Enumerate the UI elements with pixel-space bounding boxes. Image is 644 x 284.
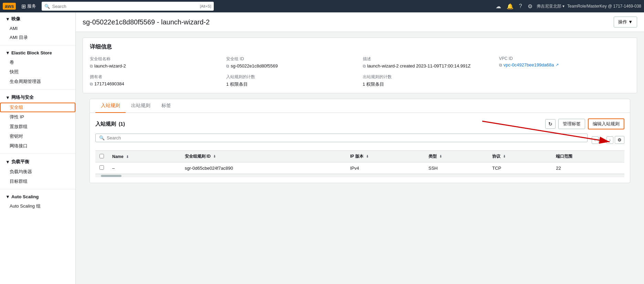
sort-protocol-icon[interactable]: ⬇: [503, 155, 506, 158]
app-layout: ▼ 映像 AMI AMI 目录 ▼ Elastic Block Store 卷 …: [0, 12, 644, 284]
region-selector[interactable]: 弗吉尼亚北部 ▾: [537, 3, 564, 9]
row-ip-version-cell: IPv4: [346, 162, 424, 174]
network-section-label: 网络与安全: [11, 94, 34, 101]
images-section-header[interactable]: ▼ 映像: [0, 14, 75, 24]
account-label[interactable]: TeamRole/MasterKey @ 1717-1469-038: [567, 4, 641, 9]
sidebar-item-network-interfaces[interactable]: 网络接口: [0, 141, 75, 151]
copy-icon-vpc[interactable]: ⧉: [499, 63, 502, 67]
field-inbound-count: 入站规则的计数 1 权限条目: [226, 74, 357, 87]
sidebar-divider-1: [0, 45, 75, 45]
sort-name-icon[interactable]: ⬇: [126, 155, 129, 159]
search-input[interactable]: [52, 4, 198, 9]
field-description: 描述 ⧉ launch-wizard-2 created 2023-11-09T…: [363, 56, 494, 69]
copy-icon-owner[interactable]: ⧉: [90, 82, 93, 86]
field-description-label: 描述: [363, 56, 494, 62]
sort-type-icon[interactable]: ⬇: [439, 155, 442, 158]
sidebar-item-elastic-ip[interactable]: 弹性 IP: [0, 112, 75, 122]
sidebar-item-ami[interactable]: AMI: [0, 24, 75, 33]
field-description-value: ⧉ launch-wizard-2 created 2023-11-09T17:…: [363, 63, 494, 69]
sidebar-item-key-pairs[interactable]: 密钥对: [0, 132, 75, 141]
settings-icon[interactable]: ⚙: [526, 2, 534, 11]
field-outbound-count: 出站规则的计数 1 权限条目: [363, 74, 494, 87]
rules-title: 入站规则: [95, 121, 116, 127]
sidebar-item-load-balancers[interactable]: 负载均衡器: [0, 167, 75, 177]
manage-tags-button[interactable]: 管理标签: [558, 119, 585, 129]
copy-icon-desc[interactable]: ⧉: [363, 64, 366, 69]
sidebar-item-auto-scaling-groups[interactable]: Auto Scaling 组: [0, 201, 75, 211]
rules-header: 入站规则 (1) ↻ 管理标签 编辑入站规则: [95, 118, 624, 129]
prev-page-button[interactable]: ‹: [592, 136, 599, 144]
vpc-link[interactable]: vpc-0c4927bee199da68a: [504, 62, 554, 67]
rules-title-area: 入站规则 (1): [95, 121, 125, 127]
horizontal-scrollbar[interactable]: [95, 174, 624, 177]
copy-icon-sg-id[interactable]: ⧉: [226, 64, 229, 69]
nav-services-menu[interactable]: ⊞ 服务: [19, 2, 39, 11]
field-sg-name-value: ⧉ launch-wizard-2: [90, 63, 221, 69]
network-section: ▼ 网络与安全 安全组 弹性 IP 置放群组 密钥对 网络接口: [0, 91, 75, 152]
pagination: ‹ 1 › ⚙: [592, 136, 624, 144]
select-all-checkbox[interactable]: [99, 154, 104, 158]
network-arrow: ▼: [6, 95, 10, 100]
edit-inbound-rules-button[interactable]: 编辑入站规则: [588, 118, 624, 129]
ebs-section: ▼ Elastic Block Store 卷 快照 生命周期管理器: [0, 47, 75, 88]
services-label: 服务: [27, 3, 36, 9]
row-rule-id-cell: sgr-0d65cbe024f7ac890: [181, 162, 346, 174]
rules-table: Name ⬇ 安全组规则 ID ⬇ IP 版本 ⬇: [95, 150, 624, 174]
load-balance-section-header[interactable]: ▼ 负载平衡: [0, 157, 75, 167]
auto-scaling-section-header[interactable]: ▼ Auto Scaling: [0, 192, 75, 201]
images-section-label: 映像: [11, 16, 20, 22]
ebs-arrow: ▼: [6, 50, 10, 55]
main-content: sg-05022e1c8d80f5569 - launch-wizard-2 操…: [76, 12, 644, 284]
col-name: Name ⬇: [108, 151, 181, 162]
refresh-button[interactable]: ↻: [545, 119, 556, 129]
row-checkbox[interactable]: [99, 165, 104, 170]
cloud-icon[interactable]: ☁: [494, 2, 503, 11]
col-type: 类型 ⬇: [424, 151, 488, 162]
bell-icon[interactable]: 🔔: [505, 2, 515, 11]
hscroll-thumb[interactable]: [101, 175, 122, 177]
col-checkbox: [95, 151, 108, 162]
sidebar-item-volumes[interactable]: 卷: [0, 57, 75, 67]
field-outbound-count-value: 1 权限条目: [363, 81, 494, 87]
tabs-wrapper: 入站规则 出站规则 标签 入站规则 (1) ↻ 管理标签 编辑入: [83, 99, 637, 183]
detail-card: 详细信息 安全组名称 ⧉ launch-wizard-2 安全组 ID ⧉ sg…: [83, 38, 637, 93]
tab-tags[interactable]: 标签: [156, 99, 177, 113]
field-vpc-id-label: VPC ID: [499, 56, 630, 61]
sort-rule-id-icon[interactable]: ⬇: [213, 155, 216, 158]
aws-logo[interactable]: aws: [3, 3, 16, 10]
actions-button[interactable]: 操作 ▼: [614, 17, 637, 28]
images-section: ▼ 映像 AMI AMI 目录: [0, 12, 75, 44]
sidebar-item-security-groups[interactable]: 安全组: [0, 103, 75, 112]
ebs-section-header[interactable]: ▼ Elastic Block Store: [0, 48, 75, 57]
field-sg-id: 安全组 ID ⧉ sg-05022e1c8d80f5569: [226, 56, 357, 69]
detail-card-title: 详细信息: [90, 43, 630, 51]
auto-scaling-section: ▼ Auto Scaling Auto Scaling 组: [0, 191, 75, 212]
tab-outbound[interactable]: 出站规则: [126, 99, 156, 113]
sidebar-item-ami-catalog[interactable]: AMI 目录: [0, 33, 75, 42]
sort-ip-version-icon[interactable]: ⬇: [366, 155, 369, 158]
search-pagination-row: 🔍 ‹ 1 › ⚙: [95, 134, 624, 146]
table-settings-button[interactable]: ⚙: [615, 136, 624, 144]
sidebar-item-placement-groups[interactable]: 置放群组: [0, 122, 75, 132]
next-page-button[interactable]: ›: [606, 136, 613, 144]
col-port-range: 端口范围: [552, 151, 624, 162]
copy-icon-sg-name[interactable]: ⧉: [90, 64, 93, 69]
network-section-header[interactable]: ▼ 网络与安全: [0, 92, 75, 103]
sidebar-item-target-groups[interactable]: 目标群组: [0, 177, 75, 186]
sidebar-item-snapshots[interactable]: 快照: [0, 67, 75, 77]
tab-inbound[interactable]: 入站规则: [95, 99, 126, 113]
rules-count: (1): [119, 121, 125, 127]
page-header: sg-05022e1c8d80f5569 - launch-wizard-2 操…: [76, 12, 644, 32]
rules-search-input[interactable]: [107, 135, 584, 140]
grid-icon: ⊞: [21, 3, 26, 10]
page-number: 1: [600, 137, 605, 143]
table-header: Name ⬇ 安全组规则 ID ⬇ IP 版本 ⬇: [95, 151, 624, 162]
tabs-container: 入站规则 出站规则 标签 入站规则 (1) ↻ 管理标签 编辑入: [89, 99, 630, 183]
field-inbound-count-value: 1 权限条目: [226, 81, 357, 87]
search-icon: 🔍: [99, 135, 105, 140]
sidebar-item-lifecycle[interactable]: 生命周期管理器: [0, 77, 75, 86]
rules-section: 入站规则 (1) ↻ 管理标签 编辑入站规则 🔍: [90, 113, 630, 183]
field-owner: 拥有者 ⧉ 171714690384: [90, 74, 221, 87]
help-icon[interactable]: ?: [518, 2, 524, 11]
field-sg-id-value: ⧉ sg-05022e1c8d80f5569: [226, 63, 357, 69]
